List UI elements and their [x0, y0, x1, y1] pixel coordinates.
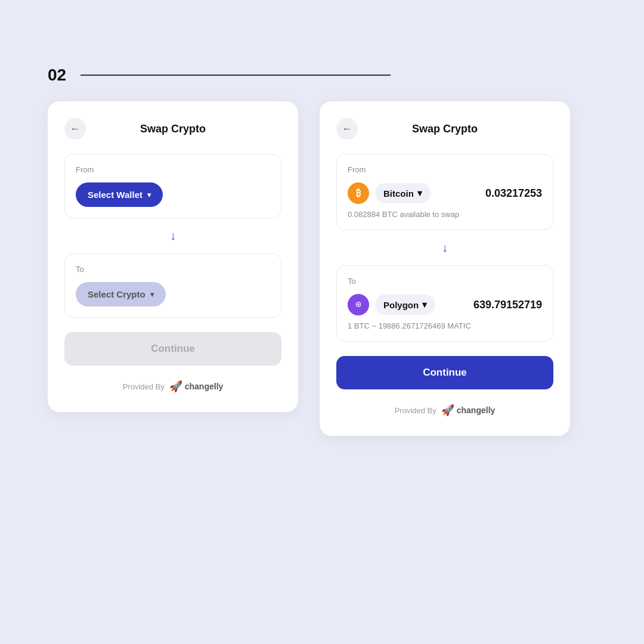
left-from-label: From [76, 165, 270, 174]
right-to-label: To [348, 277, 542, 286]
right-arrow-down: ↓ [336, 230, 553, 265]
left-card: ← Swap Crypto From Select Wallet ▾ ↓ To … [48, 101, 298, 412]
bitcoin-selector-button[interactable]: Bitcoin ▾ [375, 183, 431, 203]
right-from-label: From [348, 165, 542, 174]
right-changelly-rocket-icon: 🚀 [441, 404, 454, 417]
right-card: ← Swap Crypto From ₿ Bitcoin ▾ [320, 101, 570, 436]
right-from-crypto-row: ₿ Bitcoin ▾ 0.03217253 [348, 182, 542, 204]
right-from-section: From ₿ Bitcoin ▾ 0.03217253 0.082884 BTC… [336, 154, 553, 230]
left-card-title: Swap Crypto [93, 123, 253, 135]
right-card-title: Swap Crypto [365, 123, 525, 135]
cards-row: ← Swap Crypto From Select Wallet ▾ ↓ To … [48, 101, 596, 436]
right-back-button[interactable]: ← [336, 118, 358, 140]
step-divider [80, 75, 391, 76]
right-from-crypto-left: ₿ Bitcoin ▾ [348, 182, 431, 204]
bitcoin-chevron: ▾ [417, 188, 422, 199]
polygon-selector-button[interactable]: Polygon ▾ [375, 295, 435, 315]
polygon-conversion: 1 BTC ~ 19886.2671726469 MATIC [348, 321, 542, 330]
select-crypto-chevron: ▾ [150, 290, 154, 299]
polygon-amount: 639.79152719 [473, 299, 542, 311]
polygon-icon [348, 294, 369, 315]
left-changelly-logo: 🚀 changelly [169, 380, 224, 393]
left-provided-by: Provided By 🚀 changelly [64, 380, 281, 393]
select-wallet-chevron: ▾ [147, 191, 151, 199]
left-arrow-down: ↓ [64, 218, 281, 253]
left-from-section: From Select Wallet ▾ [64, 154, 281, 218]
right-to-section: To Polygon ▾ [336, 265, 553, 342]
polygon-chevron: ▾ [422, 299, 427, 310]
left-to-section: To Select Crypto ▾ [64, 253, 281, 318]
bitcoin-available: 0.082884 BTC available to swap [348, 210, 542, 219]
right-card-header: ← Swap Crypto [336, 118, 553, 140]
left-to-label: To [76, 265, 270, 274]
step-header: 02 [48, 66, 596, 85]
changelly-rocket-icon: 🚀 [169, 380, 182, 393]
right-to-crypto-row: Polygon ▾ 639.79152719 [348, 294, 542, 315]
bitcoin-icon: ₿ [348, 182, 369, 204]
left-card-header: ← Swap Crypto [64, 118, 281, 140]
select-crypto-button[interactable]: Select Crypto ▾ [76, 282, 166, 306]
step-number: 02 [48, 66, 66, 85]
svg-point-1 [358, 304, 360, 305]
left-back-button[interactable]: ← [64, 118, 86, 140]
bitcoin-amount: 0.03217253 [485, 187, 542, 200]
right-continue-button[interactable]: Continue [336, 356, 553, 389]
page-wrapper: 02 ← Swap Crypto From Select Wallet ▾ ↓ [0, 0, 644, 644]
left-continue-button[interactable]: Continue [64, 332, 281, 366]
right-changelly-logo: 🚀 changelly [441, 404, 496, 417]
right-provided-by: Provided By 🚀 changelly [336, 404, 553, 417]
right-to-crypto-left: Polygon ▾ [348, 294, 435, 315]
select-wallet-button[interactable]: Select Wallet ▾ [76, 182, 163, 207]
